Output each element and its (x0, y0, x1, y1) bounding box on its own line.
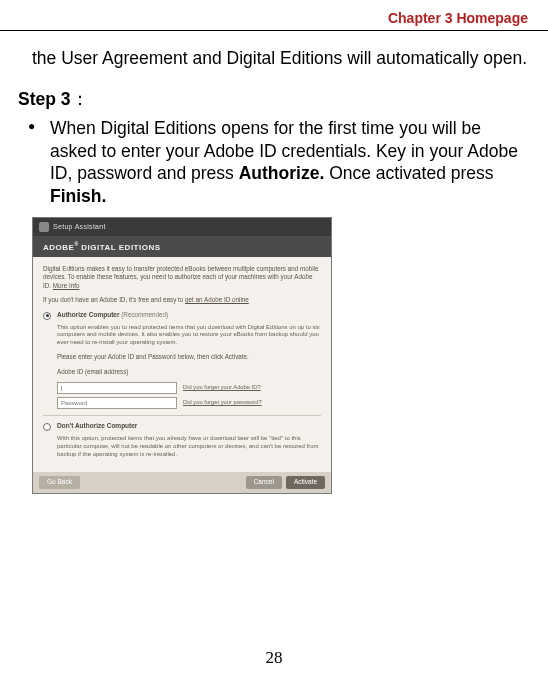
step-label: Step 3： (18, 87, 530, 111)
window-title: Setup Assistant (53, 223, 106, 230)
enter-credentials-label: Please enter your Adobe ID and Password … (57, 353, 321, 362)
adobe-id-label: Adobe ID (email address) (57, 368, 321, 377)
logo-main: ADOBE (43, 243, 74, 252)
option-authorize[interactable]: Authorize Computer (Recommended) (43, 311, 321, 320)
step-number: Step 3 (18, 89, 71, 109)
ade-logo-bar: ADOBE® DIGITAL EDITIONS (33, 236, 331, 257)
noacct-text: If you don't have an Adobe ID, it's free… (43, 296, 185, 303)
opt1-recommended: (Recommended) (121, 311, 168, 318)
cancel-button[interactable]: Cancel (246, 476, 282, 489)
step-colon: ： (71, 89, 89, 109)
intro-paragraph: Digital Editions makes it easy to transf… (43, 265, 321, 291)
adobe-id-input[interactable] (57, 382, 177, 394)
radio-authorize[interactable] (43, 312, 51, 320)
option-divider (43, 415, 321, 416)
noacct-paragraph: If you don't have an Adobe ID, it's free… (43, 296, 321, 305)
button-bar: Go Back Cancel Activate (33, 472, 331, 493)
opt1-description: This option enables you to read protecte… (57, 324, 321, 347)
window-icon (39, 222, 49, 232)
opt1-title: Authorize Computer (57, 311, 119, 318)
radio-dont-authorize[interactable] (43, 423, 51, 431)
logo-tail: DIGITAL EDITIONS (79, 243, 161, 252)
ade-screenshot: Setup Assistant ADOBE® DIGITAL EDITIONS … (32, 217, 332, 494)
bullet-text-b: Once activated press (324, 163, 493, 183)
option-dont-authorize[interactable]: Don't Authorize Computer (43, 422, 321, 431)
ade-body: Digital Editions makes it easy to transf… (33, 257, 331, 473)
more-info-link[interactable]: More Info (53, 282, 80, 289)
finish-word: Finish. (50, 186, 106, 206)
password-input[interactable] (57, 397, 177, 409)
get-adobe-id-link[interactable]: get an Adobe ID online (185, 296, 249, 303)
activate-button[interactable]: Activate (286, 476, 325, 489)
forgot-password-link[interactable]: Did you forget your password? (183, 399, 262, 407)
bullet-item: When Digital Editions opens for the firs… (32, 117, 530, 207)
lead-paragraph: the User Agreement and Digital Editions … (32, 47, 530, 69)
forgot-id-link[interactable]: Did you forget your Adobe ID? (183, 384, 261, 392)
opt2-description: With this option, protected items that y… (57, 435, 321, 458)
page-number: 28 (0, 648, 548, 668)
step-bullets: When Digital Editions opens for the firs… (32, 117, 530, 207)
intro-text: Digital Editions makes it easy to transf… (43, 265, 318, 289)
authorize-word: Authorize. (239, 163, 325, 183)
opt2-title: Don't Authorize Computer (57, 422, 137, 429)
page-content: the User Agreement and Digital Editions … (0, 31, 548, 494)
window-titlebar: Setup Assistant (33, 218, 331, 236)
go-back-button[interactable]: Go Back (39, 476, 80, 489)
chapter-header: Chapter 3 Homepage (0, 0, 548, 31)
